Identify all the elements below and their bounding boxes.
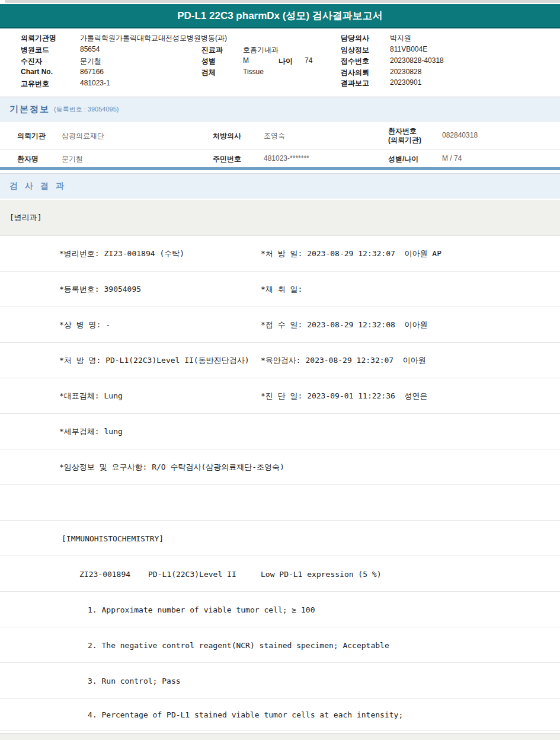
field-resident-no-label: 주민번호 xyxy=(213,154,241,164)
result-cell-text: *육안검사: 2023-08-29 12:32:07 이아원 xyxy=(261,355,426,366)
field-receipt-no-label: 접수번호 xyxy=(341,56,369,66)
field-hospital-code-label: 병원코드 xyxy=(21,45,49,55)
field-clinical-info-label: 임상정보 xyxy=(341,45,369,55)
result-cell-text: *등록번호: 39054095 xyxy=(59,284,141,295)
field-requesting-org-value: 가톨릭학원가톨릭대학교대전성모병원병동(과) xyxy=(80,33,227,43)
result-cell-text: 4. Percentage of PD-L1 stained viable tu… xyxy=(88,710,403,719)
basic-info-subtitle: (등록번호 : 39054095) xyxy=(54,105,119,114)
field-examinee-value: 문기철 xyxy=(80,56,101,66)
field-hospital-code-value: 85654 xyxy=(80,45,100,53)
department-label: [병리과] xyxy=(9,212,42,223)
field-requesting-org-label: 의뢰기관명 xyxy=(21,33,56,43)
field-department-value: 호흡기내과 xyxy=(243,45,279,55)
top-gray-strip xyxy=(5,0,560,3)
result-row: *처 방 명: PD-L1(22C3)Level II(동반진단검사)*육안검사… xyxy=(0,343,560,378)
field-report-date-value: 20230901 xyxy=(390,78,421,87)
result-cell-text: 1. Approximate number of viable tumor ce… xyxy=(88,605,315,614)
field-sex-age-label: 성별/나이 xyxy=(388,154,418,164)
result-row: *임상정보 및 요구사항: R/O 수탁검사(삼광의료재단-조영숙) xyxy=(0,449,560,485)
result-cell-text: *임상정보 및 요구사항: R/O 수탁검사(삼광의료재단-조영숙) xyxy=(59,462,284,473)
field-patient-name-label: 환자명 xyxy=(17,154,39,164)
field-clinical-info-value: 811VB004E xyxy=(390,45,427,53)
test-results-panel: 검 사 결 과 [병리과] *병리번호: ZI23-001894 (수탁)*처 … xyxy=(0,173,560,740)
result-cell-text: *진 단 일: 2023-09-01 11:22:36 성연은 xyxy=(261,391,428,401)
field-age-value: 74 xyxy=(305,56,312,65)
report-title-bar: PD-L1 22C3 pharmDx (성모) 검사결과보고서 xyxy=(0,4,560,28)
field-attending-doctor-value: 박지원 xyxy=(390,33,411,43)
result-row: *상 병 명: -*접 수 일: 2023-08-29 12:32:08 이아원 xyxy=(0,307,560,343)
field-sex-age-value: M / 74 xyxy=(442,154,462,162)
field-test-request-date-value: 20230828 xyxy=(390,68,421,76)
result-row: ZI23-001894PD-L1(22C3)Level IILow PD-L1 … xyxy=(0,556,560,592)
basic-info-row-1: 의뢰기관 삼광의료재단 처방의사 조영숙 환자번호 (의뢰기관) 0828403… xyxy=(0,122,560,149)
field-age-label: 나이 xyxy=(279,56,293,66)
basic-info-bottom-divider xyxy=(0,167,560,170)
basic-info-panel: 기본정보 (등록번호 : 39054095) 의뢰기관 삼광의료재단 처방의사 … xyxy=(0,97,560,170)
result-cell-text: *접 수 일: 2023-08-29 12:32:08 이아원 xyxy=(261,320,428,330)
field-patient-no-label-line2: (의뢰기관) xyxy=(388,135,421,145)
field-attending-doctor-label: 담당의사 xyxy=(341,33,369,43)
field-specimen-value: Tissue xyxy=(243,68,264,76)
field-resident-no-value: 481023-******* xyxy=(264,154,309,162)
field-referral-org-label: 의뢰기관 xyxy=(17,131,46,141)
field-sex-value: M xyxy=(243,56,249,65)
result-cell-text: PD-L1(22C3)Level II xyxy=(148,569,236,578)
result-cell-text: 3. Run control; Pass xyxy=(88,676,181,685)
field-prescribing-doctor-label: 처방의사 xyxy=(213,131,241,141)
basic-info-row-2: 환자명 문기철 주민번호 481023-******* 성별/나이 M / 74 xyxy=(0,149,560,167)
result-cell-text: *처 방 명: PD-L1(22C3)Level II(동반진단검사) xyxy=(59,355,249,366)
field-report-date-label: 결과보고 xyxy=(341,78,369,88)
result-cell-text: Low PD-L1 expression (5 %) xyxy=(261,569,382,578)
field-specimen-label: 검체 xyxy=(201,68,216,78)
result-cell-text: 2. The negative control reagent(NCR) sta… xyxy=(88,640,389,649)
result-cell-text: ZI23-001894 xyxy=(79,569,130,578)
result-cell-text: *처 방 일: 2023-08-29 12:32:07 이아원 AP xyxy=(261,248,441,259)
result-row: *대표검체: Lung*진 단 일: 2023-09-01 11:22:36 성… xyxy=(0,378,560,414)
test-results-title: 검 사 결 과 xyxy=(9,181,66,192)
result-cell-text: *세부검체: lung xyxy=(59,426,123,437)
result-cell-text: *대표검체: Lung xyxy=(59,391,123,401)
field-patient-name-value: 문기철 xyxy=(62,154,83,164)
field-sex-label: 성별 xyxy=(201,56,216,66)
bottom-gray-strip xyxy=(0,733,560,740)
result-rows: *병리번호: ZI23-001894 (수탁)*처 방 일: 2023-08-2… xyxy=(0,236,560,731)
field-patient-no-value: 082840318 xyxy=(442,131,478,139)
result-row: 3. Run control; Pass xyxy=(0,663,560,698)
result-row xyxy=(0,485,560,521)
result-cell-text: *채 취 일: xyxy=(261,284,302,295)
department-row: [병리과] xyxy=(0,200,560,236)
field-department-label: 진료과 xyxy=(201,45,223,55)
result-row: [IMMUNOHISTOCHEMISTRY] xyxy=(0,521,560,556)
test-results-header: 검 사 결 과 xyxy=(0,173,560,199)
field-chart-no-label: Chart No. xyxy=(21,68,53,76)
result-row: 1. Approximate number of viable tumor ce… xyxy=(0,592,560,627)
basic-info-title: 기본정보 xyxy=(9,104,50,115)
result-row: *등록번호: 39054095*채 취 일: xyxy=(0,272,560,307)
field-referral-org-value: 삼광의료재단 xyxy=(62,131,104,141)
result-row: *병리번호: ZI23-001894 (수탁)*처 방 일: 2023-08-2… xyxy=(0,236,560,272)
result-cell-text: *병리번호: ZI23-001894 (수탁) xyxy=(59,248,184,259)
result-row: *세부검체: lung xyxy=(0,414,560,449)
field-test-request-date-label: 검사의뢰 xyxy=(341,68,369,78)
result-row: 2. The negative control reagent(NCR) sta… xyxy=(0,627,560,663)
field-unique-no-label: 고유번호 xyxy=(21,79,49,89)
field-unique-no-value: 481023-1 xyxy=(80,79,110,87)
field-prescribing-doctor-value: 조영숙 xyxy=(264,131,285,141)
field-chart-no-value: 867166 xyxy=(80,68,104,76)
result-row: 4. Percentage of PD-L1 stained viable tu… xyxy=(0,698,560,731)
result-cell-text: *상 병 명: - xyxy=(59,320,110,330)
patient-header: 의뢰기관명 가톨릭학원가톨릭대학교대전성모병원병동(과) 병원코드 85654 … xyxy=(0,31,560,95)
page-title: PD-L1 22C3 pharmDx (성모) 검사결과보고서 xyxy=(177,9,383,23)
field-receipt-no-value: 20230828-40318 xyxy=(390,56,444,65)
basic-info-header: 기본정보 (등록번호 : 39054095) xyxy=(0,97,560,122)
field-examinee-label: 수진자 xyxy=(21,56,42,66)
result-cell-text: [IMMUNOHISTOCHEMISTRY] xyxy=(62,534,164,543)
